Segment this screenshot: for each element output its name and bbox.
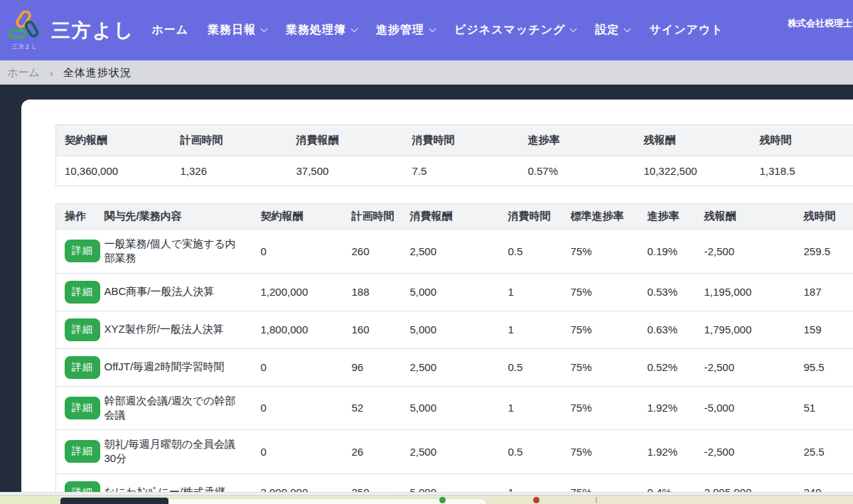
operation-cell: 詳細 [56, 430, 96, 474]
detail-button[interactable]: 詳細 [65, 397, 100, 419]
main-area: 契約報酬 計画時間 消費報酬 消費時間 進捗率 残報酬 残時間 10,360,0… [0, 85, 853, 504]
summary-planned-time: 1,326 [172, 156, 288, 186]
planned-time-cell: 26 [343, 430, 402, 474]
standard-rate-cell: 75% [562, 430, 639, 474]
table-row: 詳細 XYZ製作所/一般法人決算 1,800,000 160 5,000 1 7… [56, 311, 853, 348]
detail-header-consumed-fee: 消費報酬 [402, 204, 500, 230]
table-row: 詳細 朝礼/毎週月曜朝の全員会議30分 0 26 2,500 0.5 75% 1… [56, 430, 853, 474]
standard-rate-cell: 75% [562, 348, 639, 386]
table-row: 詳細 幹部週次会議/週次での幹部会議 0 52 5,000 1 75% 1.92… [56, 386, 853, 430]
remaining-time-cell: 187 [795, 273, 853, 311]
nav-item-settings[interactable]: 設定 [595, 23, 630, 38]
detail-header-row: 操作 関与先/業務内容 契約報酬 計画時間 消費報酬 消費時間 標準進捗率 進捗… [56, 204, 853, 230]
detail-button[interactable]: 詳細 [65, 240, 100, 262]
breadcrumb-separator: › [50, 67, 53, 79]
planned-time-cell: 96 [343, 348, 402, 386]
detail-table: 操作 関与先/業務内容 契約報酬 計画時間 消費報酬 消費時間 標準進捗率 進捗… [55, 203, 853, 504]
contract-fee-cell: 1,200,000 [252, 273, 343, 311]
remaining-fee-cell: -2,500 [696, 430, 795, 474]
brand-title[interactable]: 三方よし [51, 18, 134, 43]
detail-header-operation: 操作 [56, 204, 96, 230]
consumed-time-cell: 0.5 [500, 430, 562, 474]
app-header: 三方よし 三方よし ホーム 業務日報 業務処理簿 進捗管理 ビジネスマッチング … [0, 0, 853, 60]
nav-item-work-register[interactable]: 業務処理簿 [286, 23, 357, 38]
client-task-cell: 一般業務/個人で実施する内部業務 [96, 230, 252, 274]
nav-item-daily-report[interactable]: 業務日報 [208, 23, 267, 38]
summary-header-row: 契約報酬 計画時間 消費報酬 消費時間 進捗率 残報酬 残時間 [56, 125, 853, 156]
red-dot-icon [533, 497, 540, 503]
background-window-bar [0, 495, 853, 504]
consumed-fee-cell: 5,000 [402, 311, 500, 348]
detail-button[interactable]: 詳細 [65, 356, 100, 379]
standard-rate-cell: 75% [562, 386, 639, 430]
progress-rate-cell: 0.53% [639, 273, 696, 311]
summary-header-progress-rate: 進捗率 [520, 125, 635, 156]
consumed-time-cell: 1 [500, 273, 562, 311]
chevron-down-icon [429, 26, 436, 33]
operation-cell: 詳細 [56, 311, 96, 348]
consumed-time-cell: 0.5 [500, 230, 562, 274]
summary-header-consumed-fee: 消費報酬 [288, 125, 404, 156]
table-row: 詳細 ABC商事/一般法人決算 1,200,000 188 5,000 1 75… [56, 273, 853, 311]
consumed-fee-cell: 2,500 [402, 348, 500, 386]
nav-item-progress[interactable]: 進捗管理 [376, 23, 435, 38]
detail-button[interactable]: 詳細 [65, 281, 100, 304]
detail-header-planned-time: 計画時間 [343, 204, 402, 230]
detail-button[interactable]: 詳細 [65, 440, 100, 463]
detail-header-client-task: 関与先/業務内容 [96, 204, 252, 230]
content-card: 契約報酬 計画時間 消費報酬 消費時間 進捗率 残報酬 残時間 10,360,0… [21, 100, 853, 504]
client-task-cell: OffJT/毎週2時間学習時間 [96, 348, 252, 386]
consumed-time-cell: 1 [500, 311, 562, 348]
summary-header-consumed-time: 消費時間 [404, 125, 520, 156]
summary-header-planned-time: 計画時間 [172, 125, 288, 156]
table-row: 詳細 OffJT/毎週2時間学習時間 0 96 2,500 0.5 75% 0.… [56, 348, 853, 386]
operation-cell: 詳細 [56, 273, 96, 311]
planned-time-cell: 52 [343, 386, 402, 430]
operation-cell: 詳細 [56, 386, 96, 430]
consumed-fee-cell: 2,500 [402, 230, 500, 274]
planned-time-cell: 188 [343, 273, 402, 311]
breadcrumb-home-link[interactable]: ホーム [7, 66, 40, 80]
remaining-time-cell: 159 [795, 311, 853, 348]
brand-logo[interactable]: 三方よし [9, 11, 41, 50]
main-nav: ホーム 業務日報 業務処理簿 進捗管理 ビジネスマッチング 設定 サインアウト [151, 23, 723, 38]
contract-fee-cell: 0 [252, 386, 343, 430]
planned-time-cell: 260 [343, 230, 402, 274]
remaining-fee-cell: -2,500 [696, 230, 795, 274]
consumed-fee-cell: 2,500 [402, 430, 500, 474]
standard-rate-cell: 75% [562, 230, 639, 274]
summary-remaining-fee: 10,322,500 [635, 156, 751, 186]
status-pill [60, 498, 168, 504]
divider-tick [596, 497, 597, 503]
client-task-cell: 朝礼/毎週月曜朝の全員会議30分 [96, 430, 252, 474]
summary-header-remaining-fee: 残報酬 [635, 125, 751, 156]
chevron-down-icon [261, 26, 268, 33]
remaining-time-cell: 25.5 [795, 430, 853, 474]
standard-rate-cell: 75% [562, 311, 639, 348]
detail-table-body: 詳細 一般業務/個人で実施する内部業務 0 260 2,500 0.5 75% … [56, 230, 853, 504]
operation-cell: 詳細 [56, 230, 96, 274]
remaining-time-cell: 95.5 [795, 348, 853, 386]
contract-fee-cell: 0 [252, 430, 343, 474]
progress-rate-cell: 0.63% [639, 311, 696, 348]
remaining-fee-cell: -2,500 [696, 348, 795, 386]
nav-item-home[interactable]: ホーム [151, 23, 188, 38]
progress-rate-cell: 1.92% [639, 430, 696, 474]
contract-fee-cell: 0 [252, 230, 343, 274]
consumed-time-cell: 1 [500, 386, 562, 430]
standard-rate-cell: 75% [562, 273, 639, 311]
summary-remaining-time: 1,318.5 [751, 156, 853, 186]
detail-header-contract-fee: 契約報酬 [252, 204, 343, 230]
summary-progress-rate: 0.57% [520, 156, 635, 186]
client-task-cell: ABC商事/一般法人決算 [96, 273, 252, 311]
chevron-down-icon [351, 26, 358, 33]
consumed-fee-cell: 5,000 [402, 273, 500, 311]
table-row: 詳細 一般業務/個人で実施する内部業務 0 260 2,500 0.5 75% … [56, 230, 853, 274]
remaining-fee-cell: -5,000 [696, 386, 795, 430]
summary-consumed-time: 7.5 [404, 156, 520, 186]
nav-item-signout[interactable]: サインアウト [649, 23, 723, 38]
detail-button[interactable]: 詳細 [65, 318, 100, 341]
paperclips-logo-icon [9, 11, 41, 42]
nav-item-business-matching[interactable]: ビジネスマッチング [454, 23, 576, 38]
detail-header-remaining-fee: 残報酬 [696, 204, 795, 230]
